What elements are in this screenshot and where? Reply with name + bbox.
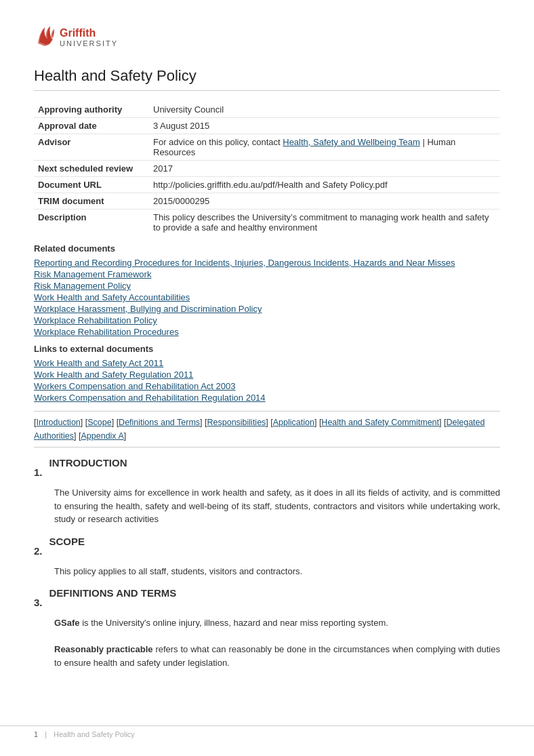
info-row-trim: TRIM document 2015/0000295 [34,193,500,210]
section-3-number: 3. [34,597,43,608]
value-description: This policy describes the University’s c… [149,210,500,236]
related-link-5[interactable]: Workplace Rehabilitation Policy [34,315,500,325]
info-table: Approving authority University Council A… [34,102,500,235]
label-approving: Approving authority [34,102,149,118]
related-link-6[interactable]: Workplace Rehabilitation Procedures [34,327,500,337]
external-link-1[interactable]: Work Health and Safety Regulation 2011 [34,370,500,380]
label-review: Next scheduled review [34,161,149,177]
label-url: Document URL [34,177,149,193]
section-2-content: This policy applies to all staff, studen… [54,565,500,578]
nav-link-introduction[interactable]: Introduction [36,418,80,427]
griffith-university-logo: Griffith UNIVERSITY [34,20,122,53]
svg-text:Griffith: Griffith [60,27,96,39]
section-3-content: GSafe is the University's online injury,… [54,616,500,669]
external-link-2[interactable]: Workers Compensation and Rehabilitation … [34,381,500,391]
svg-text:UNIVERSITY: UNIVERSITY [60,39,118,47]
footer-divider: | [45,730,47,738]
related-link-4[interactable]: Workplace Harassment, Bullying and Discr… [34,304,500,314]
related-documents-section: Related documents Reporting and Recordin… [34,243,500,337]
section-3-header: 3. DEFINITIONS AND TERMS [34,587,500,612]
page-container: Griffith UNIVERSITY Health and Safety Po… [0,0,534,756]
external-link-3[interactable]: Workers Compensation and Rehabilitation … [34,393,500,403]
page-footer: 1 | Health and Safety Policy [0,725,534,742]
term-reasonably: Reasonably practicable [54,644,153,654]
section-3: 3. DEFINITIONS AND TERMS GSafe is the Un… [34,587,500,669]
section-1-header: 1. INTRODUCTION [34,457,500,482]
footer-document-title: Health and Safety Policy [54,730,135,738]
nav-link-application[interactable]: Application [273,418,314,427]
external-documents-heading: Links to external documents [34,344,500,354]
section-2-title: SCOPE [49,536,85,547]
label-advisor: Advisor [34,134,149,161]
nav-link-responsibilities[interactable]: Responsibilities [207,418,266,427]
value-approval-date: 3 August 2015 [149,118,500,134]
related-documents-heading: Related documents [34,243,500,254]
value-trim: 2015/0000295 [149,193,500,210]
value-url: http://policies.griffith.edu.au/pdf/Heal… [149,177,500,193]
related-link-3[interactable]: Work Health and Safety Accountabilities [34,292,500,302]
section-1-title: INTRODUCTION [49,457,127,469]
page-title: Health and Safety Policy [34,67,500,91]
nav-links-bar: [Introduction] [Scope] [Definitions and … [34,411,500,447]
info-row-review: Next scheduled review 2017 [34,161,500,177]
term-gsafe: GSafe [54,618,80,628]
value-review: 2017 [149,161,500,177]
info-row-approval-date: Approval date 3 August 2015 [34,118,500,134]
info-row-advisor: Advisor For advice on this policy, conta… [34,134,500,161]
info-row-description: Description This policy describes the Un… [34,210,500,236]
definition-gsafe-text: is the University's online injury, illne… [80,618,388,628]
section-1: 1. INTRODUCTION The University aims for … [34,457,500,526]
definition-gsafe: GSafe is the University's online injury,… [54,616,500,630]
advisor-prefix: For advice on this policy, contact [153,137,283,147]
label-approval-date: Approval date [34,118,149,134]
logo-area: Griffith UNIVERSITY [34,20,500,55]
definition-reasonably: Reasonably practicable refers to what ca… [54,643,500,669]
label-description: Description [34,210,149,236]
nav-link-definitions[interactable]: Definitions and Terms [119,418,200,427]
section-2-number: 2. [34,545,43,557]
info-row-url: Document URL http://policies.griffith.ed… [34,177,500,193]
external-documents-section: Links to external documents Work Health … [34,344,500,403]
nav-link-health-safety-commitment[interactable]: Health and Safety Commitment [321,418,439,427]
section-2: 2. SCOPE This policy applies to all staf… [34,536,500,578]
external-link-0[interactable]: Work Health and Safety Act 2011 [34,358,500,368]
nav-link-appendix[interactable]: Appendix A [81,431,123,441]
related-link-2[interactable]: Risk Management Policy [34,281,500,291]
footer-page-number: 1 [34,730,38,738]
label-trim: TRIM document [34,193,149,210]
related-link-0[interactable]: Reporting and Recording Procedures for I… [34,258,500,268]
section-2-header: 2. SCOPE [34,536,500,561]
advisor-link[interactable]: Health, Safety and Wellbeing Team [283,137,420,147]
section-3-title: DEFINITIONS AND TERMS [49,587,177,599]
value-advisor: For advice on this policy, contact Healt… [149,134,500,161]
related-link-1[interactable]: Risk Management Framework [34,269,500,279]
nav-link-scope[interactable]: Scope [87,418,111,427]
info-row-approving: Approving authority University Council [34,102,500,118]
value-approving: University Council [149,102,500,118]
section-1-number: 1. [34,466,43,478]
section-1-content: The University aims for excellence in wo… [54,486,500,526]
